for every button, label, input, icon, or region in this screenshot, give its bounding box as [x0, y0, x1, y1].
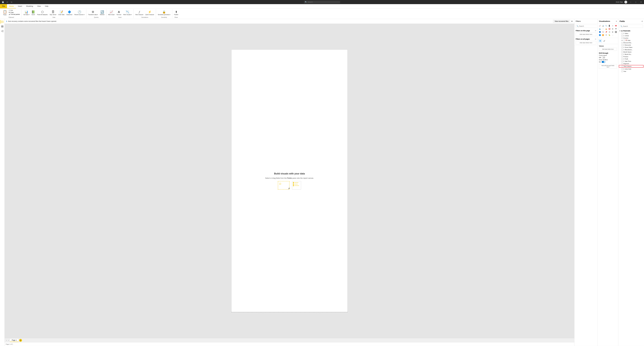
cross-report-toggle[interactable]: [602, 57, 605, 58]
info-close-button[interactable]: ✕: [571, 20, 573, 22]
fields-tab[interactable]: ⊞: [598, 39, 602, 42]
field-group-financials-header[interactable]: ▼ 🗂 financials: [618, 29, 644, 32]
filters-more-icon[interactable]: ···: [595, 30, 596, 32]
viz-gauge[interactable]: 🔵: [598, 30, 601, 33]
tab-file[interactable]: File: [0, 4, 7, 8]
new-visual-button[interactable]: 📈New visual: [108, 10, 115, 16]
field-country[interactable]: Country: [618, 37, 644, 39]
tab-home[interactable]: Home: [7, 4, 16, 8]
add-page-button[interactable]: +: [19, 339, 22, 342]
get-data-button[interactable]: 📊Get data ▾: [23, 10, 30, 16]
copy-button[interactable]: ⧉Copy: [8, 11, 20, 13]
viz-python[interactable]: 🐍: [608, 34, 611, 36]
enter-data-button[interactable]: 📝Enter data: [58, 10, 65, 16]
more-visuals-button[interactable]: 📉More visuals ▾: [123, 10, 132, 16]
field-discount-ba[interactable]: Discount Ba...: [618, 41, 644, 44]
field-cogs[interactable]: Σ COGS: [618, 34, 644, 37]
excel-button[interactable]: 📗Excel: [31, 10, 36, 16]
refresh-button[interactable]: 🔄Refresh: [99, 10, 105, 16]
tab-insert[interactable]: Insert: [16, 4, 24, 8]
field-profit[interactable]: Σ Profit: [618, 58, 644, 60]
field-segment[interactable]: Segment: [618, 62, 644, 65]
add-all-pages-filter-button[interactable]: Add data fields here: [576, 41, 596, 44]
transform-data-button[interactable]: ⚙Transform data ▾: [88, 10, 99, 16]
format-tab[interactable]: 🖌: [602, 39, 606, 42]
viz-bar-chart-2[interactable]: ≡: [611, 24, 614, 27]
viz-slicer[interactable]: 🔲: [614, 30, 617, 33]
viz-more[interactable]: ···: [611, 34, 614, 36]
field-manufactur[interactable]: Σ Manufactur...: [618, 48, 644, 51]
dataverse-button[interactable]: 🔷Dataverse: [66, 10, 73, 16]
filters-search-input[interactable]: [579, 25, 598, 27]
fields-collapse-icon[interactable]: <: [642, 20, 643, 22]
field-gross-sales[interactable]: Σ Gross Sales: [618, 46, 644, 48]
field-product[interactable]: Product: [618, 55, 644, 58]
viz-funnel[interactable]: ⏬: [602, 34, 604, 36]
field-checkbox-gross[interactable]: [622, 47, 623, 48]
field-checkbox-monthnum[interactable]: [622, 54, 623, 55]
viz-pie-chart[interactable]: 🥧: [605, 27, 608, 30]
sidebar-icon-model[interactable]: [0, 29, 4, 33]
field-checkbox-year[interactable]: [622, 71, 623, 72]
viz-waterfall[interactable]: 🌊: [598, 27, 601, 30]
power-bi-datasets-button[interactable]: ⬡Power BI datasets: [36, 10, 48, 16]
field-test-column[interactable]: Test Column: [619, 65, 644, 68]
publish-button[interactable]: ⬆Publish: [173, 10, 179, 16]
field-units-sold[interactable]: Σ Units Sold: [618, 68, 644, 70]
view-recovered-button[interactable]: View recovered files: [553, 20, 570, 23]
field-checkbox-date[interactable]: [624, 40, 625, 41]
field-checkbox-discounts[interactable]: [622, 44, 623, 46]
field-year[interactable]: Year: [618, 70, 644, 72]
viz-area-chart[interactable]: 📉: [605, 24, 608, 27]
field-month-num[interactable]: Σ Month Nu...: [618, 53, 644, 55]
viz-ribbon-chart[interactable]: 🎀: [614, 24, 617, 27]
field-sales[interactable]: Σ Sales: [618, 32, 644, 34]
viz-line-chart[interactable]: 📈: [598, 24, 601, 27]
minimize-button[interactable]: ─: [629, 1, 632, 3]
titlebar-search-input[interactable]: [304, 1, 340, 3]
sidebar-icon-report[interactable]: [0, 20, 4, 24]
save-button[interactable]: 💾: [1, 0, 5, 3]
field-checkbox-testcol[interactable]: [622, 66, 623, 67]
field-month-name[interactable]: Month Name: [618, 51, 644, 53]
viz-card[interactable]: 🃏: [602, 30, 604, 33]
viz-shape-map[interactable]: 🗾: [598, 34, 601, 36]
viz-r-visual[interactable]: R: [605, 34, 608, 36]
field-discounts[interactable]: Σ Discounts: [618, 44, 644, 46]
undo-button[interactable]: ↩: [6, 0, 9, 3]
add-page-filter-button[interactable]: Add data fields here: [576, 33, 596, 36]
drill-add-field-button[interactable]: Add drill-through fields here: [599, 64, 617, 68]
sensitivity-button[interactable]: 🔒Sensitivity (preview) ▾: [157, 10, 171, 16]
field-checkbox-profit[interactable]: [622, 58, 623, 60]
field-checkbox-saleprice[interactable]: [622, 61, 623, 62]
viz-matrix[interactable]: ⊠: [611, 30, 614, 33]
sidebar-icon-data[interactable]: [0, 25, 4, 28]
tab-help[interactable]: Help: [43, 4, 50, 8]
new-measure-button[interactable]: 𝑓New measure: [134, 10, 144, 16]
restore-button[interactable]: □: [634, 1, 638, 3]
viz-expand-icon[interactable]: >: [616, 20, 617, 22]
paste-button[interactable]: 📋 Paste: [2, 9, 8, 16]
tab-view[interactable]: View: [35, 4, 43, 8]
page-prev-button[interactable]: ‹: [6, 339, 7, 342]
filters-search-box[interactable]: 🔍: [576, 25, 596, 28]
field-checkbox-units[interactable]: [622, 68, 623, 70]
field-checkbox-country[interactable]: [622, 37, 623, 39]
redo-button[interactable]: ↪: [10, 0, 13, 3]
field-checkbox-product[interactable]: [622, 56, 623, 57]
fields-search-box[interactable]: 🔍: [619, 25, 643, 28]
viz-column-chart[interactable]: ▊: [608, 24, 611, 27]
page-next-button[interactable]: ›: [8, 339, 9, 342]
viz-bar-chart[interactable]: 📊: [602, 24, 604, 27]
field-checkbox-segment[interactable]: [622, 63, 623, 64]
filters-all-more-icon[interactable]: ···: [595, 38, 596, 40]
recent-sources-button[interactable]: 🕐Recent sources ▾: [74, 10, 85, 16]
cut-button[interactable]: ✂Cut: [8, 9, 20, 11]
keep-filters-toggle[interactable]: [602, 61, 605, 63]
field-date[interactable]: ▼ 📅 Date: [618, 39, 644, 41]
report-canvas[interactable]: Build visuals with your data Select or d…: [5, 24, 574, 338]
field-checkbox-cogs[interactable]: [622, 35, 623, 36]
viz-kpi[interactable]: 📌: [605, 30, 608, 33]
viz-map[interactable]: 🗺: [614, 27, 617, 30]
quick-measure-button[interactable]: ⚡Quick measure: [144, 10, 155, 16]
